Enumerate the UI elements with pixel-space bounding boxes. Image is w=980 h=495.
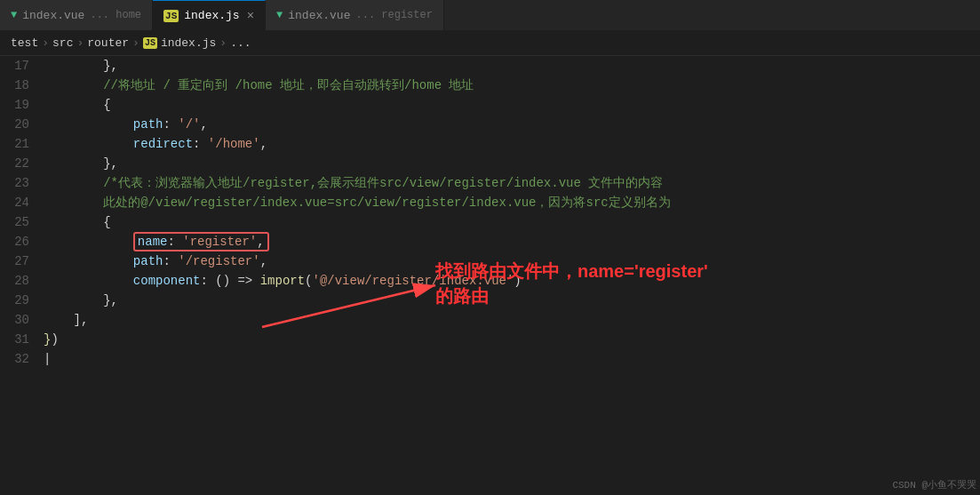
breadcrumb-sep: › [219,36,227,50]
line-content: { [40,212,980,232]
code-line-24: 24 此处的@/view/register/index.vue=src/view… [0,193,980,212]
line-number: 31 [0,330,40,349]
code-line-17: 17 }, [0,56,980,76]
line-number: 29 [0,291,40,310]
line-number: 27 [0,251,40,271]
line-content: 此处的@/view/register/index.vue=src/view/re… [40,193,980,212]
tab-index-vue-register[interactable]: ▼ index.vue ... register [266,0,444,30]
tab-index-vue-home[interactable]: ▼ index.vue ... home [0,0,153,30]
tab-path: ... home [90,9,141,21]
line-content: }, [40,154,980,173]
code-line-28: 28 component: () => import('@/view/regis… [0,271,980,291]
breadcrumb-sep: › [76,36,84,50]
line-number: 21 [0,134,40,154]
code-line-26: 26 name: 'register', [0,232,980,251]
line-number: 23 [0,173,40,193]
line-number: 19 [0,95,40,115]
line-content: /*代表：浏览器输入地址/register,会展示组件src/view/regi… [40,173,980,193]
code-line-22: 22 }, [0,154,980,173]
line-content: redirect: '/home', [40,134,980,154]
line-number: 18 [0,76,40,95]
tab-close-button[interactable]: × [247,9,254,23]
breadcrumb-ellipsis: ... [230,36,251,50]
line-content: path: '/register', [40,251,980,271]
line-number: 26 [0,232,40,251]
line-number: 32 [0,349,40,369]
line-content: ], [40,310,980,330]
line-content: | [40,349,980,369]
line-content: { [40,95,980,115]
breadcrumb-test: test [11,36,38,50]
line-content: path: '/', [40,115,980,134]
line-content: name: 'register', [40,232,980,251]
line-number: 22 [0,154,40,173]
code-line-30: 30 ], [0,310,980,330]
breadcrumb-sep: › [42,36,49,50]
line-number: 30 [0,310,40,330]
line-content: }) [40,330,980,349]
code-line-29: 29 }, [0,291,980,310]
code-line-27: 27 path: '/register', [0,251,980,271]
tab-label: index.js [184,9,239,22]
code-line-19: 19 { [0,95,980,115]
breadcrumb-filename: index.js [161,36,216,50]
line-content: }, [40,56,980,76]
editor-area: 17 }, 18 //将地址 / 重定向到 /home 地址，即会自动跳转到/h… [0,56,980,495]
code-line-32: 32 | [0,349,980,369]
tab-path: ... register [355,9,432,21]
line-content: component: () => import('@/view/register… [40,271,980,291]
js-icon: JS [143,37,157,49]
vue-icon: ▼ [11,9,17,21]
tab-index-js[interactable]: JS index.js × [153,0,266,30]
tab-bar: ▼ index.vue ... home JS index.js × ▼ ind… [0,0,980,31]
code-line-18: 18 //将地址 / 重定向到 /home 地址，即会自动跳转到/home 地址 [0,76,980,95]
code-line-20: 20 path: '/', [0,115,980,134]
code-line-23: 23 /*代表：浏览器输入地址/register,会展示组件src/view/r… [0,173,980,193]
code-line-21: 21 redirect: '/home', [0,134,980,154]
breadcrumb-sep: › [132,36,139,50]
tab-label: index.vue [22,9,84,22]
line-number: 20 [0,115,40,134]
breadcrumb-src: src [52,36,73,50]
watermark: CSDN @小鱼不哭哭 [892,478,976,491]
js-icon: JS [163,10,179,22]
breadcrumb: test › src › router › JS index.js › ... [0,31,980,56]
line-content: }, [40,291,980,310]
line-number: 24 [0,193,40,212]
line-number: 25 [0,212,40,232]
code-line-31: 31 }) [0,330,980,349]
line-number: 17 [0,56,40,76]
tab-label: index.vue [288,9,350,22]
line-number: 28 [0,271,40,291]
line-content: //将地址 / 重定向到 /home 地址，即会自动跳转到/home 地址 [40,76,980,95]
vue-icon: ▼ [276,9,283,21]
code-line-25: 25 { [0,212,980,232]
breadcrumb-router: router [87,36,129,50]
